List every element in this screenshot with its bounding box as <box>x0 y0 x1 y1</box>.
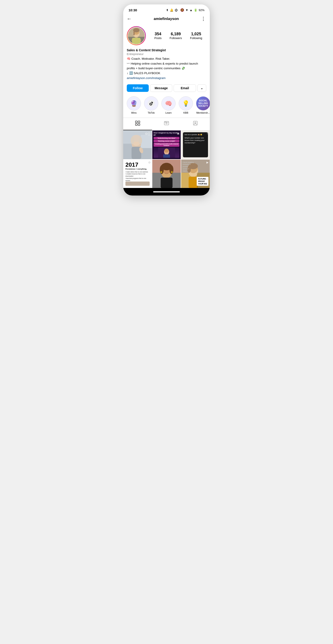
highlight-tiktok[interactable]: TikTok <box>144 96 158 114</box>
grid-item-6[interactable]: Clients breaking contracts or pausing se… <box>181 160 210 188</box>
post4-icon: ⊙ <box>148 161 151 164</box>
bell-icon: 🔔 <box>170 8 173 12</box>
highlight-wins-label: Wins <box>131 112 137 114</box>
status-bar: 10:30 ⬆ 🔔 ⏻ 🔕 ▼ ▲ 🔋 92% <box>123 4 210 14</box>
battery-level: 92% <box>199 8 204 12</box>
highlight-membership[interactable]: SOCIALSELLINGSOCIETY Membersh... <box>196 96 210 114</box>
more-options-button[interactable]: ⋮ <box>201 16 206 22</box>
avatar-inner <box>127 27 145 44</box>
stat-followers[interactable]: 6,189 Followers <box>170 32 182 40</box>
stat-following[interactable]: 1,025 Following <box>190 32 202 40</box>
svg-point-27 <box>139 137 142 144</box>
message-button[interactable]: Message <box>150 84 172 92</box>
tagged-icon <box>193 120 198 127</box>
svg-point-26 <box>131 137 134 144</box>
avatar-wrapper[interactable] <box>127 26 146 45</box>
svg-point-42 <box>171 171 173 173</box>
status-time: 10:30 <box>129 8 137 12</box>
avatar <box>128 27 145 44</box>
battery-icon: 🔋 <box>194 8 197 12</box>
svg-rect-11 <box>135 124 137 126</box>
post4-body: I made videos that no one watched.I crea… <box>125 171 150 182</box>
highlight-wins-circle: 🔮 <box>127 96 141 110</box>
grid-item-3[interactable]: Ask me a question 🙈 😴 What's your number… <box>181 130 210 159</box>
post4-subtitle: Persistence = everything. <box>125 168 150 170</box>
bio-category: Entrepreneur <box>127 52 206 56</box>
tab-bar <box>123 118 210 130</box>
tab-reels[interactable] <box>152 118 181 130</box>
home-indicator <box>153 191 180 192</box>
post2-pill-2: *finishing course scripts* <box>154 140 180 142</box>
tab-grid[interactable] <box>123 118 152 130</box>
bio-line2: 〰 Helping online coaches & experts to pr… <box>127 62 206 70</box>
future-proof-text: FUTURE-PROOFYOUR BIZ <box>198 178 207 185</box>
phone-frame: 10:30 ⬆ 🔔 ⏻ 🔕 ▼ ▲ 🔋 92% ← amiefinlayson … <box>123 4 210 196</box>
profile-header: 354 Posts 6,189 Followers 1,025 Followin… <box>127 26 206 45</box>
bio-section: Sales & Content Strategist Entrepreneur … <box>123 48 210 82</box>
highlight-learn[interactable]: 🧠 Learn <box>161 96 176 114</box>
stat-posts[interactable]: 354 Posts <box>154 32 162 40</box>
svg-rect-50 <box>189 177 198 188</box>
follow-button[interactable]: Follow <box>127 84 149 92</box>
svg-rect-13 <box>164 122 169 125</box>
highlight-learn-label: Learn <box>165 112 172 114</box>
profile-stats: 354 Posts 6,189 Followers 1,025 Followin… <box>150 32 206 40</box>
bio-link[interactable]: amiefinlayson.com/instagram <box>127 76 166 80</box>
highlight-kbb[interactable]: 💡 KBB <box>179 96 193 114</box>
signal-icon: ▲ <box>190 8 192 12</box>
post6-video-icon: ▶ <box>206 161 208 164</box>
post6-clients-text: Clients breaking contracts or pausing se… <box>182 161 195 172</box>
bio-line1: 🧠 Coach. Motivator. Risk Taker. <box>127 56 206 61</box>
highlight-tiktok-circle <box>144 96 158 110</box>
svg-point-41 <box>160 171 162 173</box>
svg-rect-5 <box>133 32 135 35</box>
svg-point-32 <box>164 149 169 153</box>
grid-item-4[interactable]: 2017 Persistence = everything. I made vi… <box>123 160 152 188</box>
mute-icon: 🔕 <box>180 8 184 12</box>
highlight-tiktok-label: TikTok <box>148 112 155 114</box>
svg-rect-43 <box>161 178 172 188</box>
svg-point-14 <box>166 122 167 124</box>
followers-label: Followers <box>170 36 182 40</box>
profile-section: 354 Posts 6,189 Followers 1,025 Followin… <box>123 24 210 45</box>
grid-item-1[interactable]: ⊙◫ <box>123 130 152 159</box>
post4-year: 2017 <box>125 162 150 168</box>
grid-icon <box>135 120 140 127</box>
svg-rect-7 <box>132 38 141 44</box>
email-button[interactable]: Email <box>174 84 196 92</box>
post3-ask-label: Ask me a question 🙈 😴 <box>184 134 206 136</box>
posts-label: Posts <box>154 36 162 40</box>
action-buttons: Follow Message Email ⌄ <box>123 82 210 94</box>
grid-item-5[interactable] <box>152 160 181 188</box>
followers-count: 6,189 <box>171 32 181 36</box>
wifi-icon: ▼ <box>185 8 188 12</box>
svg-rect-9 <box>135 121 137 123</box>
svg-rect-12 <box>138 124 140 126</box>
highlight-kbb-label: KBB <box>183 112 188 114</box>
future-proof-box: FUTURE-PROOFYOUR BIZ <box>197 177 208 186</box>
highlights-row: 🔮 Wins TikTok 🧠 Learn 💡 KBB SOCIALSELLIN… <box>123 94 210 118</box>
svg-rect-33 <box>163 154 170 158</box>
post2-pill-1: *brainstorming new ideas* <box>154 137 180 139</box>
highlight-membership-circle: SOCIALSELLINGSOCIETY <box>196 96 210 110</box>
status-icons: ⬆ 🔔 ⏻ 🔕 ▼ ▲ 🔋 92% <box>166 8 204 12</box>
highlight-wins[interactable]: 🔮 Wins <box>127 96 141 114</box>
post2-icon: ▣ <box>177 132 179 135</box>
svg-rect-10 <box>138 121 140 123</box>
home-bar <box>123 188 210 196</box>
profile-username: amiefinlayson <box>154 17 179 21</box>
dropdown-button[interactable]: ⌄ <box>197 84 206 92</box>
top-nav: ← amiefinlayson ⋮ <box>123 14 210 24</box>
following-count: 1,025 <box>191 32 201 36</box>
highlight-membership-label: Membersh... <box>196 112 210 114</box>
highlight-learn-circle: 🧠 <box>161 96 176 110</box>
bio-display-name: Sales & Content Strategist <box>127 48 206 52</box>
grid-item-2[interactable]: How I imagined my day would go: *brainst… <box>152 130 181 159</box>
highlight-kbb-circle: 💡 <box>179 96 193 110</box>
upload-icon: ⬆ <box>166 8 168 12</box>
svg-rect-22 <box>141 135 152 148</box>
back-button[interactable]: ← <box>127 16 132 22</box>
svg-point-8 <box>148 100 155 107</box>
bio-line3: ↓ 🆓 SALES PLAYBOOK <box>127 71 206 76</box>
tab-tagged[interactable] <box>181 118 210 130</box>
